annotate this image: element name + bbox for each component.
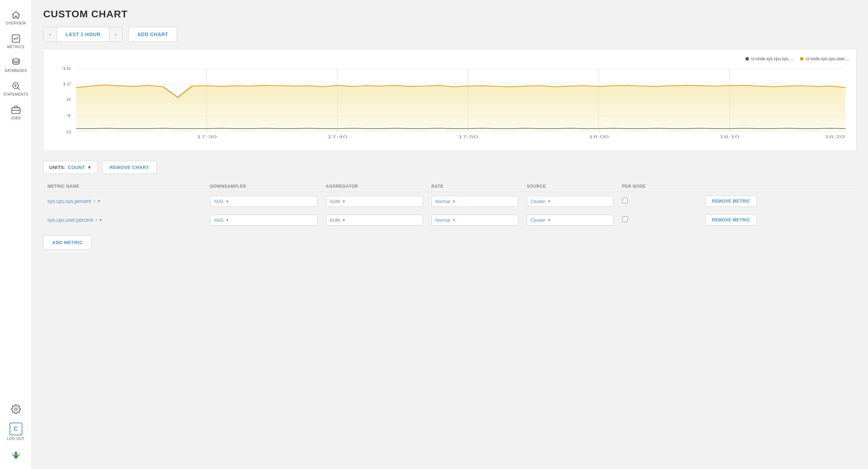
chevron-down-icon: ▼ (452, 199, 456, 203)
statements-icon (11, 81, 21, 91)
chart-area: 16 12 8 4 0 17:30 17:40 (51, 66, 849, 143)
chevron-down-icon: ▼ (342, 199, 345, 203)
metric-name-cell-2: sys.cpu.user.percent × ▾ (47, 217, 202, 223)
legend-item-sys: cr.node.sys.cpu.sys.... (745, 56, 793, 61)
sidebar-item-settings[interactable] (0, 400, 32, 418)
svg-text:18:10: 18:10 (720, 135, 740, 139)
metric-name-cell-1: sys.cpu.sys.percent × ▾ (47, 198, 202, 204)
logout-label: LOG OUT (7, 437, 24, 441)
chart-svg: 16 12 8 4 0 17:30 17:40 (51, 66, 849, 143)
database-icon (11, 57, 21, 67)
briefcase-icon (11, 105, 21, 115)
chevron-down-icon: ▼ (452, 218, 456, 222)
chart-legend: cr.node.sys.cpu.sys.... cr.node.sys.cpu.… (51, 56, 849, 61)
toolbar: ‹ LAST 1 HOUR › ADD CHART (43, 27, 857, 42)
sidebar-label-statements: STATEMENTS (3, 92, 28, 96)
sidebar-label-overview: OVERVIEW (6, 21, 26, 25)
units-value: COUNT (68, 165, 85, 170)
legend-label-user: cr.node.sys.cpu.user.... (806, 56, 849, 61)
logout-box: C (10, 423, 22, 435)
chevron-down-icon: ▼ (547, 218, 551, 222)
col-header-source: SOURCE (523, 181, 618, 192)
rate-dropdown-2[interactable]: Normal ▼ (432, 215, 518, 226)
source-dropdown-2[interactable]: Cluster ▼ (527, 215, 614, 226)
table-row: sys.cpu.sys.percent × ▾ AVG ▼ SUM ▼ (43, 192, 857, 211)
svg-text:17:50: 17:50 (458, 135, 478, 139)
sidebar-label-metrics: METRICS (7, 45, 24, 49)
sidebar-item-metrics[interactable]: METRICS (0, 29, 32, 53)
sidebar-item-jobs[interactable]: JOBS (0, 101, 32, 124)
svg-text:18:20: 18:20 (825, 135, 845, 139)
cockroach-logo-icon (11, 449, 21, 459)
chevron-down-icon: ▼ (226, 218, 229, 222)
chevron-down-icon: ▼ (547, 199, 551, 203)
svg-text:16: 16 (62, 66, 71, 70)
svg-text:17:30: 17:30 (197, 135, 217, 139)
metric-name-dropdown-2[interactable]: ▾ (100, 217, 102, 222)
col-header-actions (701, 181, 857, 192)
svg-point-8 (15, 408, 17, 411)
chevron-down-icon: ▼ (87, 165, 92, 170)
legend-item-user: cr.node.sys.cpu.user.... (800, 56, 849, 61)
svg-text:18:00: 18:00 (589, 135, 609, 139)
col-header-aggregator: AGGREGATOR (322, 181, 427, 192)
svg-text:4: 4 (67, 113, 71, 118)
svg-text:12: 12 (62, 82, 71, 86)
per-node-checkbox-2[interactable] (622, 216, 628, 222)
metric-name-clear-1[interactable]: × (93, 199, 96, 204)
units-prefix: UNITS: (49, 165, 66, 170)
col-header-metric-name: METRIC NAME (43, 181, 206, 192)
remove-metric-button-1[interactable]: REMOVE METRIC (705, 196, 757, 207)
sidebar-item-cockroach-logo (0, 445, 32, 463)
sidebar-bottom: C LOG OUT (0, 400, 32, 463)
svg-point-18 (15, 452, 15, 452)
chevron-down-icon: ▼ (226, 199, 229, 203)
remove-metric-button-2[interactable]: REMOVE METRIC (705, 214, 757, 226)
sidebar-label-jobs: JOBS (11, 116, 21, 120)
chart-icon (11, 34, 21, 44)
svg-point-19 (16, 452, 17, 452)
rate-dropdown-1[interactable]: Normal ▼ (432, 196, 518, 207)
home-icon (11, 10, 21, 20)
legend-dot-sys (745, 57, 749, 61)
aggregator-dropdown-1[interactable]: SUM ▼ (326, 196, 423, 207)
sidebar-label-databases: DATABASES (5, 69, 27, 73)
svg-text:17:40: 17:40 (327, 135, 348, 139)
next-time-button[interactable]: › (109, 27, 123, 41)
source-dropdown-1[interactable]: Cluster ▼ (527, 196, 614, 207)
chevron-down-icon: ▼ (342, 218, 345, 222)
sidebar-item-statements[interactable]: STATEMENTS (0, 77, 32, 101)
sidebar-item-overview[interactable]: OVERVIEW (0, 6, 32, 29)
metric-name-dropdown-1[interactable]: ▾ (98, 199, 100, 204)
time-range-label: LAST 1 HOUR (57, 27, 109, 41)
svg-text:8: 8 (67, 97, 71, 102)
svg-line-14 (18, 454, 20, 455)
svg-rect-6 (12, 108, 20, 113)
downsampler-dropdown-2[interactable]: AVG ▼ (210, 215, 317, 226)
main-content: CUSTOM CHART ‹ LAST 1 HOUR › ADD CHART c… (32, 0, 868, 469)
prev-time-button[interactable]: ‹ (44, 27, 57, 41)
legend-label-sys: cr.node.sys.cpu.sys.... (751, 56, 793, 61)
gear-icon (11, 404, 21, 414)
metrics-table: METRIC NAME DOWNSAMPLER AGGREGATOR RATE … (43, 181, 857, 230)
col-header-downsampler: DOWNSAMPLER (206, 181, 321, 192)
per-node-cell-1 (618, 192, 701, 211)
add-chart-button[interactable]: ADD CHART (128, 27, 177, 42)
per-node-checkbox-1[interactable] (622, 198, 628, 203)
svg-line-3 (18, 88, 19, 90)
aggregator-dropdown-2[interactable]: SUM ▼ (326, 215, 423, 226)
time-navigator: ‹ LAST 1 HOUR › (43, 27, 123, 42)
sidebar-item-logout[interactable]: C LOG OUT (0, 418, 32, 445)
units-dropdown-button[interactable]: UNITS: COUNT ▼ (43, 161, 98, 174)
chart-controls: UNITS: COUNT ▼ REMOVE CHART (43, 161, 857, 174)
page-title: CUSTOM CHART (43, 9, 857, 20)
svg-point-1 (12, 59, 19, 61)
add-metric-button[interactable]: ADD METRIC (43, 235, 92, 250)
sidebar-item-databases[interactable]: DATABASES (0, 53, 32, 77)
svg-text:0: 0 (67, 130, 71, 134)
svg-marker-41 (76, 85, 846, 131)
remove-chart-button[interactable]: REMOVE CHART (102, 161, 156, 174)
svg-line-12 (12, 454, 14, 455)
downsampler-dropdown-1[interactable]: AVG ▼ (210, 196, 317, 207)
metric-name-clear-2[interactable]: × (95, 217, 97, 222)
